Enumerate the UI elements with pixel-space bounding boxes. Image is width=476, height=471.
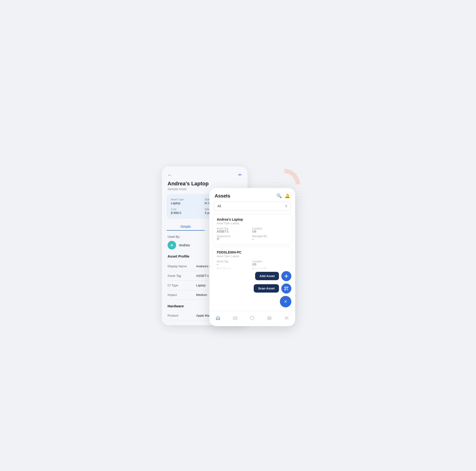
asset-tag-field-1: Asset Tag ASSET-1 [217,227,252,233]
assets-title: Assets [215,193,230,199]
back-button[interactable]: ← [168,172,172,178]
add-icon-button[interactable] [281,271,291,281]
asset-title: Andrea's Laptop [162,180,248,187]
asset-list: Andrea's Laptop Asset Type: Laptop Asset… [209,214,295,269]
scan-icon-button[interactable] [281,284,291,293]
asset-name-2: FDDSLE004-PC [217,250,288,254]
asset-type-2: Asset Type: Laptop [217,255,288,257]
asset-type-field: Asset Type Laptop [171,198,205,205]
tab-details[interactable]: Details [167,222,205,230]
nav-home-icon[interactable] [214,314,222,322]
nav-shield-icon[interactable] [248,314,256,322]
scan-asset-row: Scan Asset [254,284,291,293]
location-field-1: Location US [252,227,288,233]
edit-button[interactable]: ✏ [238,172,242,178]
user-avatar: A [168,241,176,250]
nav-layers-icon[interactable] [265,314,274,322]
filter-arrow-icon: ⇅ [285,204,287,208]
asset-grid-2: Asset Tag – Location US Department – Man… [217,260,288,269]
svg-line-5 [287,289,288,290]
add-asset-button[interactable]: Add Asset [255,272,279,280]
asset-card-2[interactable]: FDDSLE004-PC Asset Type: Laptop Asset Ta… [213,247,292,269]
cost-field: Cost $ 999.0 [171,208,205,215]
bottom-nav [209,311,295,326]
user-name: Andrea [179,243,190,247]
svg-rect-2 [285,287,286,288]
location-field-2: Location US [252,260,288,266]
search-icon[interactable]: 🔍 [276,193,282,199]
asset-name-1: Andrea's Laptop [217,217,288,221]
managed-field-1: Managed By – [252,235,288,241]
assets-header: Assets 🔍 🔔 [209,188,295,201]
scan-asset-button[interactable]: Scan Asset [254,284,279,292]
asset-grid-1: Asset Tag ASSET-1 Location US Department… [217,227,288,241]
header-icons: 🔍 🔔 [276,193,290,199]
asset-tag-field-2: Asset Tag – [217,260,252,266]
detail-header: ← ✏ [162,166,248,180]
close-fab-button[interactable]: × [280,296,291,307]
action-buttons: Add Asset Scan Asset [209,269,295,311]
dept-field-1: Department IT [217,235,252,241]
asset-type-1: Asset Type: Laptop [217,222,288,225]
svg-rect-4 [285,289,286,290]
assets-list-card: Assets 🔍 🔔 All ⇅ Andrea's Laptop Asset T… [209,188,295,326]
add-asset-row: Add Asset [255,271,291,281]
asset-card-1[interactable]: Andrea's Laptop Asset Type: Laptop Asset… [213,214,292,244]
filter-bar[interactable]: All ⇅ [214,201,291,211]
scene: ← ✏ Andrea's Laptop Sample Asset Asset T… [155,152,321,319]
nav-inbox-icon[interactable] [231,314,239,322]
filter-value: All [217,204,221,208]
nav-menu-icon[interactable] [282,314,291,322]
bell-icon[interactable]: 🔔 [285,193,290,199]
svg-rect-6 [233,317,237,320]
svg-rect-3 [287,287,288,288]
